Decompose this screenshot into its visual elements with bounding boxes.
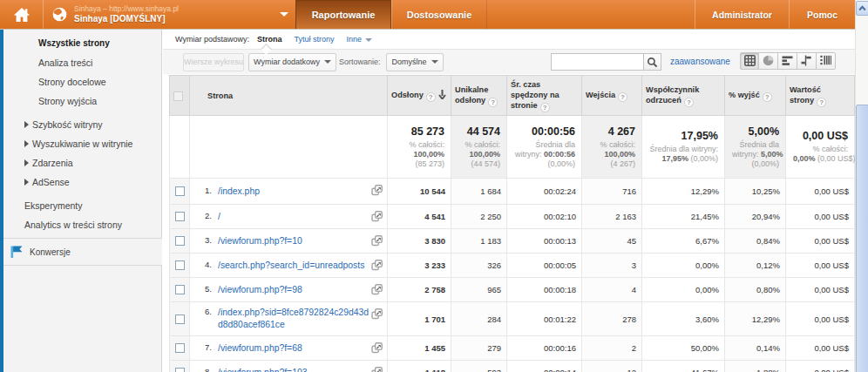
pivot-view-icon	[820, 55, 831, 68]
sidebar-item-strony-docelowe[interactable]: Strony docelowe	[0, 72, 161, 91]
row-checkbox[interactable]	[175, 236, 185, 246]
help-icon[interactable]: ?	[817, 98, 826, 107]
open-in-new-window-icon[interactable]	[371, 342, 383, 354]
sidebar-item-strony-wyj-cia[interactable]: Strony wyjścia	[0, 91, 161, 111]
summary-detail-line: (0,00%)	[514, 159, 575, 169]
page-link[interactable]: /search.php?search_id=unreadposts	[218, 260, 364, 272]
open-in-new-window-icon[interactable]	[371, 211, 383, 222]
sidebar-item-analytics-w-tre-ci-strony[interactable]: Analytics w treści strony	[0, 215, 161, 234]
help-icon[interactable]: ?	[684, 98, 694, 107]
metric-cell: 1 701	[388, 302, 451, 336]
row-checkbox[interactable]	[175, 368, 185, 372]
summary-detail-line: (0,00%)	[732, 159, 779, 169]
sidebar-item-wyszukiwanie-w-witrynie[interactable]: Wyszukiwanie w witrynie	[0, 134, 161, 153]
column-header-warto-strony[interactable]: Wartość strony?	[786, 76, 855, 116]
row-checkbox[interactable]	[175, 343, 185, 353]
scrollbar-up-button[interactable]	[856, 1, 868, 16]
metric-cell: 12,29%	[725, 302, 786, 336]
advanced-search-link[interactable]: zaawansowane	[670, 57, 730, 66]
column-header-ods-ony[interactable]: Odsłony?	[388, 76, 451, 116]
metric-cell: 00:00:14	[507, 361, 582, 372]
summary-detail-line: % całości:	[793, 145, 848, 154]
page-cell: 4./search.php?search_id=unreadposts	[190, 254, 388, 278]
pivot-view-button[interactable]	[817, 52, 836, 70]
open-in-new-window-icon[interactable]	[371, 185, 383, 196]
chart-rows-button[interactable]: Wiersze wykresu	[183, 53, 244, 71]
percentage-view-button[interactable]	[759, 52, 778, 70]
comparison-view-button[interactable]	[797, 52, 817, 70]
sidebar-item-zdarzenia[interactable]: Zdarzenia	[0, 153, 161, 172]
column-header-%-wyj-[interactable]: % wyjść?	[725, 76, 786, 116]
column-header-wsp-czynnik-odrzuce-[interactable]: Współczynnik odrzuceń?	[642, 76, 725, 116]
sidebar-item-label: Strony wyjścia	[38, 96, 97, 106]
summary-detail: Średnia dlawitryny: 5,00%(0,00%)	[732, 140, 779, 169]
secondary-dimension-button[interactable]: Wymiar dodatkowy	[248, 53, 336, 71]
column-header--r-czas-sp-dzony-na-stronie[interactable]: Śr. czas spędzony na stronie?	[507, 76, 582, 116]
scrollbar-thumb[interactable]	[856, 105, 868, 372]
metric-cell: 2	[582, 336, 642, 361]
column-header-wej-cia[interactable]: Wejścia?	[582, 76, 642, 116]
topbar-link-pomoc[interactable]: Pomoc	[789, 0, 855, 29]
row-number: 6.	[205, 307, 218, 316]
page-link[interactable]: /viewforum.php?f=68	[218, 342, 302, 355]
table-row: 8./viewforum.php?f=1031 11859300:00:1412…	[170, 361, 855, 372]
search-input[interactable]	[551, 53, 643, 71]
dimension-option-inne[interactable]: Inne	[346, 35, 372, 44]
page-link[interactable]: /viewforum.php?f=10	[218, 235, 302, 247]
sidebar-item-analiza-tre-ci[interactable]: Analiza treści	[0, 53, 161, 72]
sidebar-item-eksperymenty[interactable]: Eksperymenty	[0, 196, 161, 215]
sidebar-item-adsense[interactable]: AdSense	[0, 172, 161, 192]
page-link[interactable]: /index.php	[218, 186, 260, 198]
help-icon[interactable]: ?	[426, 92, 436, 102]
help-icon[interactable]: ?	[488, 98, 498, 107]
row-checkbox[interactable]	[175, 212, 185, 221]
help-icon[interactable]: ?	[763, 92, 772, 102]
row-checkbox[interactable]	[175, 315, 185, 324]
page-link[interactable]: /viewforum.php?f=98	[218, 284, 302, 296]
account-name: Sinhaya [DOMYŚLNY]	[74, 14, 179, 25]
account-selector[interactable]: Sinhaya – http://www.sinhaya.pl Sinhaya …	[44, 0, 295, 29]
summary-detail-line: (85 273)	[395, 159, 444, 169]
select-all-checkbox[interactable]	[173, 91, 183, 101]
open-in-new-window-icon[interactable]	[371, 284, 383, 295]
help-icon[interactable]: ?	[618, 92, 627, 102]
metric-cell: 0,00 US$	[786, 361, 855, 372]
page-link[interactable]: /	[218, 211, 220, 223]
top-tab-raportowanie[interactable]: Raportowanie	[295, 0, 391, 29]
sidebar-item-szybko-witryny[interactable]: Szybkość witryny	[0, 115, 161, 134]
row-checkbox[interactable]	[175, 260, 185, 270]
topbar-link-administrator[interactable]: Administrator	[695, 0, 789, 29]
table-view-button[interactable]	[740, 52, 759, 70]
sort-type-button[interactable]: Domyślne	[386, 53, 443, 71]
search-button[interactable]	[643, 53, 661, 71]
open-in-new-window-icon[interactable]	[371, 367, 383, 372]
open-in-new-window-icon[interactable]	[371, 308, 383, 320]
row-checkbox[interactable]	[175, 285, 185, 294]
open-in-new-window-icon[interactable]	[371, 235, 383, 247]
page-scrollbar[interactable]	[855, 0, 868, 372]
sidebar-item-wszystkie-strony[interactable]: Wszystkie strony	[0, 34, 161, 53]
view-toggle-group	[740, 52, 836, 70]
dimension-option-tytu-strony[interactable]: Tytuł strony	[294, 35, 334, 44]
performance-view-button[interactable]	[778, 52, 797, 70]
page-cell: 8./viewforum.php?f=103	[190, 361, 388, 372]
help-icon[interactable]: ?	[540, 103, 550, 112]
sidebar-item-konwersje[interactable]: Konwersje	[3, 238, 162, 266]
table-row: 2./4 5412 25000:02:102 16321,45%20,94%0,…	[170, 205, 855, 229]
sort-desc-arrow-icon	[438, 90, 446, 102]
home-button[interactable]	[0, 0, 44, 29]
column-header-unikalne-ods-ony[interactable]: Unikalne odsłony?	[451, 76, 507, 116]
page-link[interactable]: /viewforum.php?f=103	[218, 367, 308, 372]
column-header-strona[interactable]: Strona	[190, 76, 388, 116]
page-link[interactable]: /index.php?sid=8fce8792824c29d43dd8d80ac…	[218, 307, 372, 331]
metric-cell: 326	[451, 254, 507, 278]
scroll-up-arrow-icon	[858, 4, 866, 12]
top-tab-dostosowanie[interactable]: Dostosowanie	[391, 0, 487, 29]
summary-total: 5,00%	[732, 125, 779, 138]
metric-cell: 2 758	[388, 278, 451, 302]
dimension-option-strona[interactable]: Strona	[257, 35, 282, 44]
open-in-new-window-icon[interactable]	[371, 260, 383, 271]
row-checkbox[interactable]	[175, 186, 185, 196]
expand-triangle-icon	[24, 140, 29, 147]
summary-total: 44 574	[458, 125, 500, 138]
